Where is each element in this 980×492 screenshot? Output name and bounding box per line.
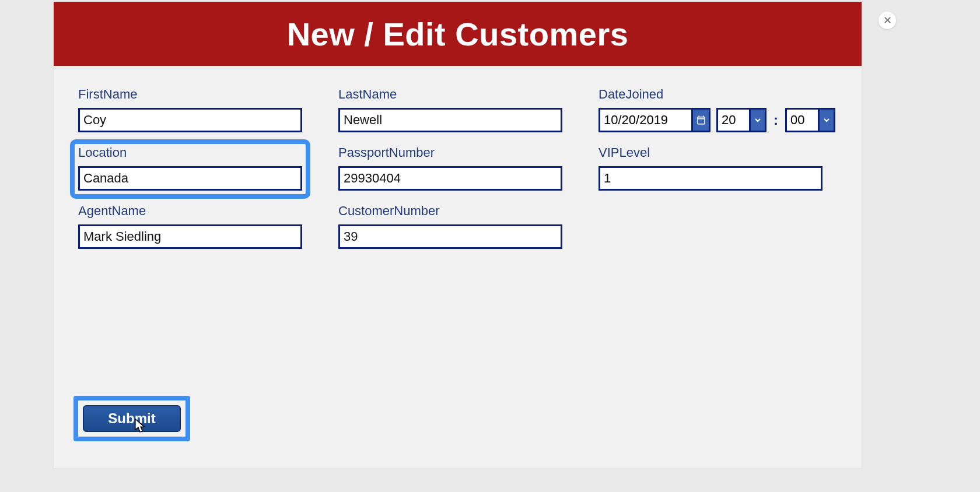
close-button[interactable]: ✕	[878, 12, 896, 29]
form-body: FirstName LastName DateJoined	[54, 66, 862, 88]
field-vip: VIPLevel	[598, 145, 822, 191]
field-passport: PassportNumber	[338, 145, 562, 191]
agent-input[interactable]	[78, 224, 302, 249]
location-input[interactable]	[78, 166, 302, 191]
datejoined-minute-input[interactable]	[785, 108, 818, 132]
passport-label: PassportNumber	[338, 145, 562, 160]
calendar-icon[interactable]	[693, 108, 710, 132]
location-label: Location	[78, 145, 302, 160]
field-agent: AgentName	[78, 203, 302, 249]
firstname-input[interactable]	[78, 108, 302, 132]
datejoined-date-input[interactable]	[598, 108, 693, 132]
hour-dropdown-icon[interactable]	[749, 108, 766, 132]
agent-label: AgentName	[78, 203, 302, 219]
vip-input[interactable]	[598, 166, 822, 191]
close-icon: ✕	[883, 14, 892, 27]
lastname-input[interactable]	[338, 108, 562, 132]
vip-label: VIPLevel	[598, 145, 822, 160]
datejoined-hour-input[interactable]	[716, 108, 749, 132]
lastname-label: LastName	[338, 87, 562, 102]
field-location: Location	[74, 143, 307, 195]
submit-button[interactable]: Submit	[83, 405, 181, 432]
field-lastname: LastName	[338, 87, 562, 132]
customernumber-label: CustomerNumber	[338, 203, 562, 219]
modal-title: New / Edit Customers	[287, 15, 629, 53]
submit-highlight: Submit	[74, 396, 190, 441]
field-datejoined: DateJoined :	[598, 87, 835, 132]
modal-header: New / Edit Customers	[54, 2, 862, 66]
time-separator: :	[772, 112, 779, 128]
field-customernumber: CustomerNumber	[338, 203, 562, 249]
datejoined-label: DateJoined	[598, 87, 835, 102]
minute-dropdown-icon[interactable]	[818, 108, 835, 132]
passport-input[interactable]	[338, 166, 562, 191]
customernumber-input[interactable]	[338, 224, 562, 249]
field-firstname: FirstName	[78, 87, 302, 132]
firstname-label: FirstName	[78, 87, 302, 102]
customer-modal: New / Edit Customers FirstName LastName …	[54, 2, 862, 468]
